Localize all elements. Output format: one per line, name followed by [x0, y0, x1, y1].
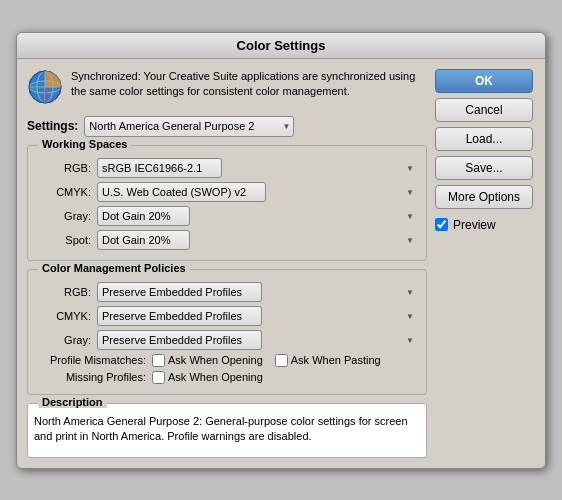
save-button[interactable]: Save... [435, 156, 533, 180]
color-management-title: Color Management Policies [38, 262, 190, 274]
settings-row: Settings: North America General Purpose … [27, 116, 427, 137]
left-panel: Synchronized: Your Creative Suite applic… [27, 69, 427, 458]
ok-button[interactable]: OK [435, 69, 533, 93]
profile-mismatches-label: Profile Mismatches: [36, 354, 146, 366]
sync-row: Synchronized: Your Creative Suite applic… [27, 69, 427, 108]
rgb-working-wrapper: sRGB IEC61966-2.1 [97, 158, 418, 178]
title-bar: Color Settings [17, 33, 545, 59]
right-panel: OK Cancel Load... Save... More Options P… [435, 69, 535, 458]
gray-working-wrapper: Dot Gain 20% [97, 206, 418, 226]
spot-working-wrapper: Dot Gain 20% [97, 230, 418, 250]
missing-profiles-label: Missing Profiles: [36, 371, 146, 383]
gray-working-label: Gray: [36, 210, 91, 222]
working-spaces-content: RGB: sRGB IEC61966-2.1 CMYK: U.S. Web Co… [36, 158, 418, 250]
gray-policy-row: Gray: Preserve Embedded Profiles Convert… [36, 330, 418, 350]
cmyk-policy-wrapper: Preserve Embedded Profiles Convert to Wo… [97, 306, 418, 326]
working-spaces-group: Working Spaces RGB: sRGB IEC61966-2.1 CM… [27, 145, 427, 261]
preview-label: Preview [453, 218, 496, 232]
rgb-working-select[interactable]: sRGB IEC61966-2.1 [97, 158, 222, 178]
settings-select-wrapper: North America General Purpose 2 North Am… [84, 116, 294, 137]
ask-opening-1-item: Ask When Opening [152, 354, 263, 367]
cmyk-working-select[interactable]: U.S. Web Coated (SWOP) v2 [97, 182, 266, 202]
cmyk-working-row: CMYK: U.S. Web Coated (SWOP) v2 [36, 182, 418, 202]
dialog-title: Color Settings [237, 38, 326, 53]
gray-working-select[interactable]: Dot Gain 20% [97, 206, 190, 226]
settings-select[interactable]: North America General Purpose 2 North Am… [84, 116, 294, 137]
color-management-group: Color Management Policies RGB: Preserve … [27, 269, 427, 395]
rgb-policy-row: RGB: Preserve Embedded Profiles Convert … [36, 282, 418, 302]
gray-policy-select[interactable]: Preserve Embedded Profiles Convert to Wo… [97, 330, 262, 350]
cancel-button[interactable]: Cancel [435, 98, 533, 122]
load-button[interactable]: Load... [435, 127, 533, 151]
more-options-button[interactable]: More Options [435, 185, 533, 209]
rgb-policy-wrapper: Preserve Embedded Profiles Convert to Wo… [97, 282, 418, 302]
color-management-content: RGB: Preserve Embedded Profiles Convert … [36, 282, 418, 384]
dialog-body: Synchronized: Your Creative Suite applic… [17, 59, 545, 468]
missing-profiles-row: Missing Profiles: Ask When Opening [36, 371, 418, 384]
sync-message: Synchronized: Your Creative Suite applic… [71, 69, 427, 100]
cmyk-working-wrapper: U.S. Web Coated (SWOP) v2 [97, 182, 418, 202]
gray-policy-label: Gray: [36, 334, 91, 346]
ask-opening-1-checkbox[interactable] [152, 354, 165, 367]
description-title: Description [38, 396, 107, 408]
ask-pasting-checkbox[interactable] [275, 354, 288, 367]
rgb-policy-label: RGB: [36, 286, 91, 298]
preview-checkbox[interactable] [435, 218, 448, 231]
spot-working-label: Spot: [36, 234, 91, 246]
missing-profiles-checks: Ask When Opening [152, 371, 418, 384]
globe-icon-container [27, 69, 63, 108]
gray-working-row: Gray: Dot Gain 20% [36, 206, 418, 226]
description-box: Description North America General Purpos… [27, 403, 427, 458]
color-settings-dialog: Color Settings [16, 32, 546, 469]
spot-working-row: Spot: Dot Gain 20% [36, 230, 418, 250]
cmyk-policy-label: CMYK: [36, 310, 91, 322]
globe-icon [27, 69, 63, 105]
preview-row: Preview [435, 218, 535, 232]
ask-opening-2-checkbox[interactable] [152, 371, 165, 384]
ask-pasting-label: Ask When Pasting [291, 354, 381, 366]
profile-mismatches-checks: Ask When Opening Ask When Pasting [152, 354, 418, 367]
description-text: North America General Purpose 2: General… [34, 414, 420, 445]
profile-mismatches-row: Profile Mismatches: Ask When Opening Ask… [36, 354, 418, 367]
ask-opening-2-item: Ask When Opening [152, 371, 263, 384]
spot-working-select[interactable]: Dot Gain 20% [97, 230, 190, 250]
gray-policy-wrapper: Preserve Embedded Profiles Convert to Wo… [97, 330, 418, 350]
rgb-working-row: RGB: sRGB IEC61966-2.1 [36, 158, 418, 178]
rgb-policy-select[interactable]: Preserve Embedded Profiles Convert to Wo… [97, 282, 262, 302]
ask-opening-1-label: Ask When Opening [168, 354, 263, 366]
ask-pasting-item: Ask When Pasting [275, 354, 381, 367]
rgb-working-label: RGB: [36, 162, 91, 174]
working-spaces-title: Working Spaces [38, 138, 131, 150]
cmyk-policy-row: CMYK: Preserve Embedded Profiles Convert… [36, 306, 418, 326]
cmyk-working-label: CMYK: [36, 186, 91, 198]
cmyk-policy-select[interactable]: Preserve Embedded Profiles Convert to Wo… [97, 306, 262, 326]
settings-label: Settings: [27, 119, 78, 133]
ask-opening-2-label: Ask When Opening [168, 371, 263, 383]
